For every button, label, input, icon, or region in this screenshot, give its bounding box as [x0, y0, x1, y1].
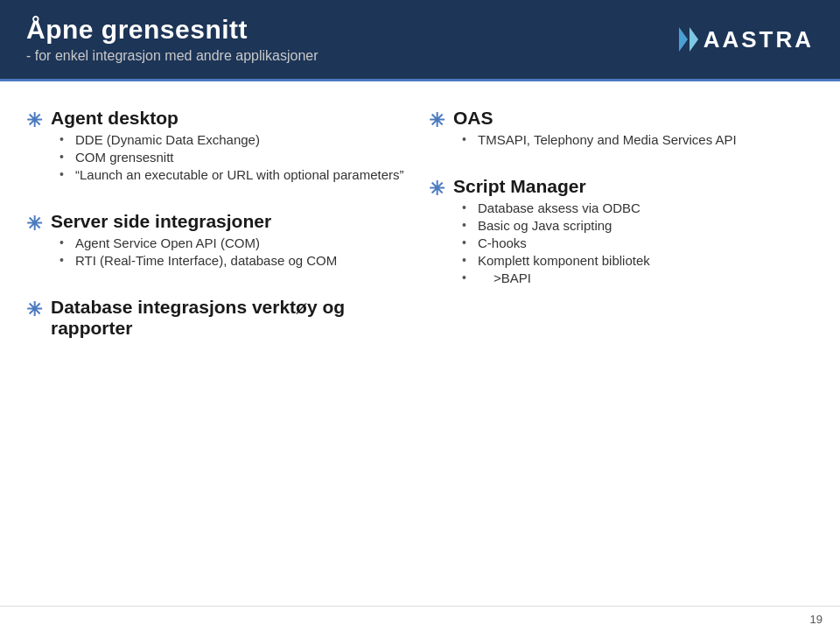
- list-item: Agent Service Open API (COM): [60, 235, 411, 250]
- list-item: ✳ OAS TMSAPI, Telephony and Media Servic…: [429, 108, 814, 150]
- star-icon: ✳: [429, 178, 444, 200]
- list-item: TMSAPI, Telephony and Media Services API: [462, 132, 814, 147]
- item-content-database-tools: Database integrasjons verktøy og rapport…: [51, 297, 411, 342]
- sub-list-script-manager: Database aksess via ODBC Basic og Java s…: [453, 200, 814, 285]
- list-item: ✳ Script Manager Database aksess via ODB…: [429, 176, 814, 288]
- list-item: ✳ Server side integrasjoner Agent Servic…: [26, 211, 411, 270]
- item-content-agent-desktop: Agent desktop DDE (Dynamic Data Exchange…: [51, 108, 411, 185]
- star-icon: ✳: [26, 109, 42, 132]
- item-title-script-manager: Script Manager: [453, 176, 814, 197]
- sub-list-server-side: Agent Service Open API (COM) RTI (Real-T…: [51, 235, 411, 268]
- logo-wordmark: AASTRA: [704, 26, 814, 53]
- list-item: ✳ Agent desktop DDE (Dynamic Data Exchan…: [26, 108, 411, 185]
- chevron-icon-1: [679, 27, 688, 52]
- page-number: 19: [810, 613, 822, 626]
- list-item: “Launch an executable or URL with option…: [60, 167, 411, 182]
- item-title-oas: OAS: [453, 108, 814, 129]
- item-title-server-side: Server side integrasjoner: [51, 211, 411, 232]
- list-item: COM grensesnitt: [60, 150, 411, 165]
- right-column: ✳ OAS TMSAPI, Telephony and Media Servic…: [429, 108, 814, 591]
- logo: AASTRA: [679, 26, 814, 53]
- footer: 19: [0, 606, 840, 632]
- header: Åpne grensesnitt - for enkel integrasjon…: [0, 0, 840, 79]
- list-item: >BAPI: [462, 270, 814, 285]
- sub-list-agent-desktop: DDE (Dynamic Data Exchange) COM grensesn…: [51, 132, 411, 182]
- list-item: Komplett komponent bibliotek: [462, 253, 814, 268]
- item-content-oas: OAS TMSAPI, Telephony and Media Services…: [453, 108, 814, 150]
- main-content: ✳ Agent desktop DDE (Dynamic Data Exchan…: [0, 81, 840, 608]
- star-icon: ✳: [429, 109, 444, 132]
- star-icon: ✳: [26, 213, 42, 235]
- header-left: Åpne grensesnitt - for enkel integrasjon…: [26, 15, 318, 64]
- page-title: Åpne grensesnitt: [26, 15, 318, 45]
- page-subtitle: - for enkel integrasjon med andre applik…: [26, 48, 318, 64]
- list-item: Database aksess via ODBC: [462, 200, 814, 215]
- left-column: ✳ Agent desktop DDE (Dynamic Data Exchan…: [26, 108, 411, 591]
- item-title-database-tools: Database integrasjons verktøy og rapport…: [51, 297, 411, 339]
- chevron-icon-2: [690, 27, 698, 52]
- list-item: Basic og Java scripting: [462, 218, 814, 233]
- list-item: DDE (Dynamic Data Exchange): [60, 132, 411, 147]
- item-content-script-manager: Script Manager Database aksess via ODBC …: [453, 176, 814, 288]
- item-title-agent-desktop: Agent desktop: [51, 108, 411, 129]
- logo-chevrons: [679, 27, 698, 52]
- star-icon: ✳: [26, 298, 42, 321]
- item-content-server-side: Server side integrasjoner Agent Service …: [51, 211, 411, 270]
- list-item: RTI (Real-Time Interface), database og C…: [60, 253, 411, 268]
- list-item: ✳ Database integrasjons verktøy og rappo…: [26, 297, 411, 342]
- list-item: C-hooks: [462, 235, 814, 250]
- sub-list-oas: TMSAPI, Telephony and Media Services API: [453, 132, 814, 147]
